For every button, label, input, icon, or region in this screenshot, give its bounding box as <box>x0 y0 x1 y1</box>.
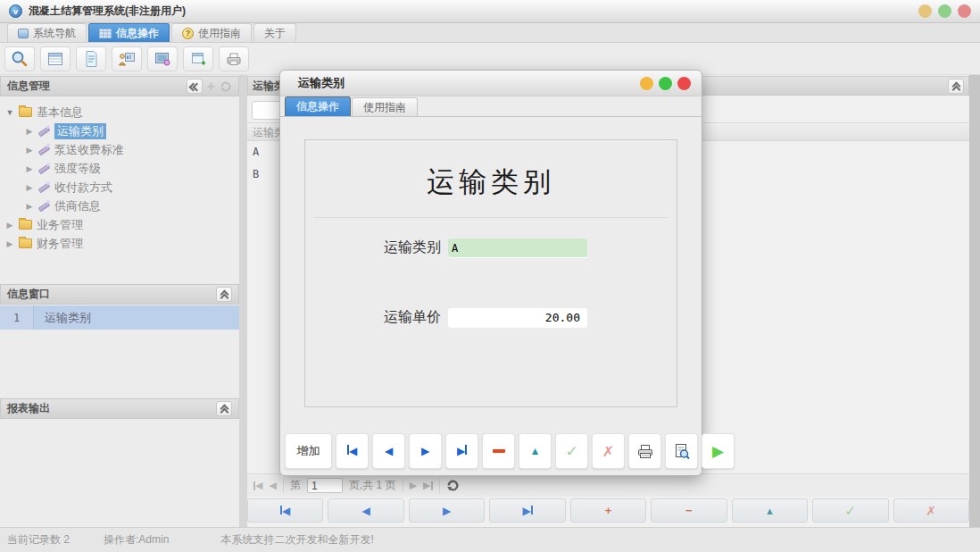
minimize-button[interactable] <box>918 4 932 18</box>
collapse-up-button[interactable] <box>948 79 964 94</box>
collapsed-arrow-icon[interactable]: ▶ <box>5 239 14 248</box>
page-first-button[interactable]: ◀ <box>253 480 262 491</box>
tab-system-nav[interactable]: 系统导航 <box>7 23 87 42</box>
record-last-button[interactable]: ▶ <box>489 498 565 523</box>
expanded-arrow-icon[interactable]: ▼ <box>5 108 14 117</box>
vertical-splitter[interactable] <box>239 75 247 527</box>
confirm-button[interactable]: ✓ <box>555 433 588 469</box>
minus-icon <box>493 449 505 453</box>
nav-next-button[interactable]: ▶ <box>409 433 442 469</box>
print-button[interactable] <box>628 433 661 469</box>
nav-first-button[interactable]: ◀ <box>336 433 369 469</box>
tree-node-transport-type[interactable]: ▶ 运输类别 <box>5 121 234 140</box>
edit-record-button[interactable]: ▲ <box>519 433 552 469</box>
double-chevron-up-icon <box>951 82 960 90</box>
dialog-minimize-button[interactable] <box>640 77 653 90</box>
tree-node-pump-fee[interactable]: ▶ 泵送收费标准 <box>5 140 234 159</box>
record-next-button[interactable]: ▶ <box>409 498 485 523</box>
preview-button[interactable] <box>665 433 698 469</box>
nav-prev-button[interactable]: ◀ <box>372 433 405 469</box>
printer-icon <box>225 51 243 67</box>
page-number-input[interactable] <box>307 478 343 493</box>
record-confirm-button[interactable]: ✓ <box>812 498 888 523</box>
tree-node-business-mgmt[interactable]: ▶ 业务管理 <box>5 215 234 234</box>
collapsed-arrow-icon[interactable]: ▶ <box>25 183 34 192</box>
help-icon: ? <box>182 28 194 39</box>
transport-type-input[interactable] <box>448 238 587 257</box>
window-view-button[interactable] <box>147 46 178 71</box>
x-icon: ✗ <box>602 443 614 460</box>
page-last-button[interactable]: ▶ <box>423 480 432 491</box>
page-next-button[interactable]: ▶ <box>410 480 417 491</box>
table-view-button[interactable] <box>40 46 71 71</box>
collapsed-arrow-icon[interactable]: ▶ <box>25 146 34 155</box>
add-record-button[interactable]: 增加 <box>285 433 332 469</box>
record-count-label: 当前记录数 2 <box>7 532 70 548</box>
transport-price-label: 运输单价 <box>305 308 448 327</box>
tab-info-operation[interactable]: 信息操作 <box>88 23 170 42</box>
document-icon <box>83 50 99 68</box>
user-report-button[interactable] <box>112 46 142 71</box>
record-prev-button[interactable]: ◀ <box>328 498 403 523</box>
collapsed-arrow-icon[interactable]: ▶ <box>5 221 14 230</box>
refresh-icon[interactable] <box>220 80 232 93</box>
info-window-row[interactable]: 1 运输类别 <box>0 305 239 330</box>
page-prev-button[interactable]: ◀ <box>269 480 276 491</box>
separator <box>283 479 284 493</box>
separator <box>439 479 440 493</box>
tree-node-finance-mgmt[interactable]: ▶ 财务管理 <box>5 234 234 253</box>
search-button[interactable] <box>4 46 35 71</box>
info-window-panel: 信息窗口 1 运输类别 <box>0 284 239 397</box>
record-first-button[interactable]: ◀ <box>247 498 323 523</box>
record-edit-button[interactable]: ▲ <box>732 498 808 523</box>
collapsed-arrow-icon[interactable]: ▶ <box>25 127 34 136</box>
collapse-left-button[interactable] <box>187 79 203 94</box>
dialog-maximize-button[interactable] <box>659 77 672 90</box>
wand-icon <box>38 181 50 193</box>
tree-node-supplier-info[interactable]: ▶ 供商信息 <box>5 197 234 215</box>
tree-label: 泵送收费标准 <box>54 142 124 158</box>
tree-node-payment-method[interactable]: ▶ 收付款方式 <box>5 178 234 197</box>
delete-record-button[interactable] <box>482 433 515 469</box>
double-chevron-up-icon <box>220 405 228 413</box>
tab-about[interactable]: 关于 <box>253 23 296 42</box>
tree-node-basic-info[interactable]: ▼ 基本信息 <box>5 103 234 121</box>
dialog-header[interactable]: 运输类别 <box>280 71 702 96</box>
tab-user-guide[interactable]: ? 使用指南 <box>171 23 252 42</box>
collapsed-arrow-icon[interactable]: ▶ <box>25 202 34 211</box>
tree-node-strength-grade[interactable]: ▶ 强度等级 <box>5 159 234 178</box>
dialog-close-button[interactable] <box>677 77 691 90</box>
refresh-grid-icon[interactable] <box>446 479 460 492</box>
cancel-button[interactable]: ✗ <box>592 433 625 469</box>
record-cancel-button[interactable]: ✗ <box>893 498 969 523</box>
record-delete-button[interactable]: − <box>651 498 727 523</box>
folder-icon <box>19 220 32 230</box>
tree-label: 供商信息 <box>54 198 101 214</box>
app-window: v 混凝土结算管理系统(非注册用户) 系统导航 信息操作 ? 使用指南 <box>0 0 980 552</box>
maximize-button[interactable] <box>938 4 951 18</box>
tab-label: 关于 <box>264 26 286 41</box>
tree-label: 基本信息 <box>37 105 83 121</box>
run-button[interactable]: ▶ <box>702 433 735 469</box>
dialog-window-controls <box>640 77 691 90</box>
right-edge-strip <box>969 75 980 527</box>
status-message: 本系统支持二次开发和全新开发! <box>220 532 373 548</box>
print-setup-button[interactable] <box>219 46 249 71</box>
panel-title: 信息管理 <box>7 79 50 94</box>
new-document-button[interactable] <box>76 46 106 71</box>
collapse-up-button[interactable] <box>216 401 232 416</box>
table-add-button[interactable] <box>183 46 213 71</box>
title-bar: v 混凝土结算管理系统(非注册用户) <box>0 0 980 23</box>
transport-price-input[interactable] <box>448 308 587 327</box>
window-controls <box>918 4 971 18</box>
close-button[interactable] <box>958 4 971 18</box>
dialog-tab-user-guide[interactable]: 使用指南 <box>352 97 418 116</box>
dialog-tab-info-operation[interactable]: 信息操作 <box>285 96 351 116</box>
dialog-form: 运输类别 运输类别 运输单价 <box>304 139 677 407</box>
collapsed-arrow-icon[interactable]: ▶ <box>25 164 34 173</box>
collapse-up-button[interactable] <box>216 287 232 302</box>
report-output-body <box>0 419 239 527</box>
record-add-button[interactable]: + <box>570 498 646 523</box>
add-icon[interactable]: + <box>207 79 215 94</box>
nav-last-button[interactable]: ▶ <box>445 433 478 469</box>
